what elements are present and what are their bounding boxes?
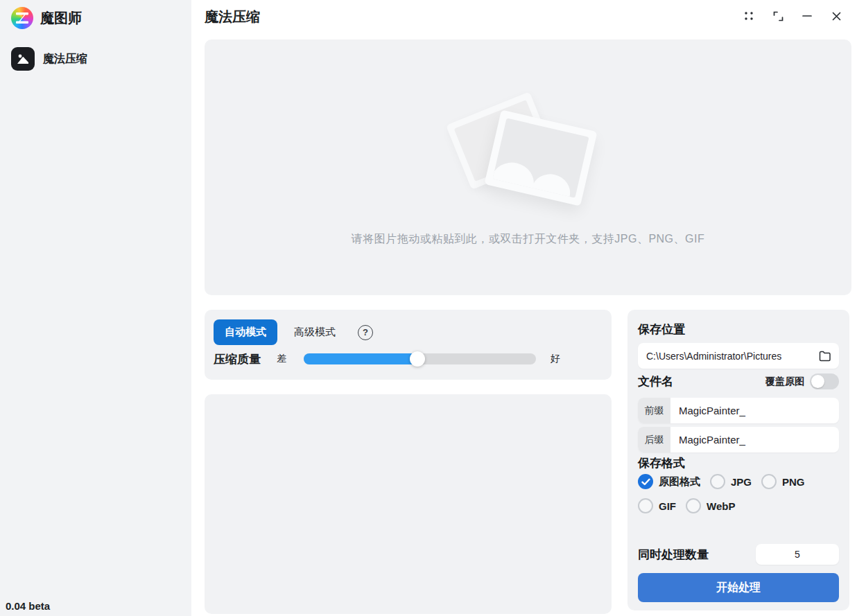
- radio-unchecked-icon: [710, 474, 725, 489]
- batch-count-input[interactable]: [756, 544, 839, 565]
- prefix-field: 前缀: [638, 398, 839, 423]
- suffix-field: 后缀: [638, 427, 839, 452]
- radio-unchecked-icon: [686, 498, 701, 513]
- compression-controls-panel: 自动模式 高级模式 ? 压缩质量 差 好: [205, 310, 612, 380]
- sidebar: 魔图师 魔法压缩 0.04 beta: [0, 0, 191, 616]
- batch-count-label: 同时处理数量: [638, 547, 709, 563]
- overwrite-label: 覆盖原图: [765, 376, 804, 388]
- app-window: 魔图师 魔法压缩 0.04 beta 魔法压缩: [0, 0, 857, 616]
- save-format-heading: 保存格式: [638, 455, 685, 471]
- main-content: 魔法压缩: [191, 0, 857, 616]
- version-label: 0.04 beta: [6, 600, 50, 612]
- start-processing-button[interactable]: 开始处理: [638, 573, 839, 602]
- mode-tabs: 自动模式 高级模式 ?: [214, 319, 373, 345]
- image-dropzone[interactable]: 请将图片拖动或粘贴到此，或双击打开文件夹，支持JPG、PNG、GIF: [205, 39, 851, 295]
- radio-unchecked-icon: [638, 498, 653, 513]
- dropzone-hint: 请将图片拖动或粘贴到此，或双击打开文件夹，支持JPG、PNG、GIF: [205, 232, 851, 247]
- prefix-input[interactable]: [670, 398, 839, 423]
- quality-slider-knob[interactable]: [410, 351, 425, 367]
- save-location-heading: 保存位置: [638, 322, 685, 337]
- tab-advanced-mode[interactable]: 高级模式: [283, 319, 347, 345]
- close-icon[interactable]: [825, 7, 847, 25]
- quality-low-label: 差: [277, 353, 286, 365]
- toggle-knob: [811, 375, 824, 388]
- format-radio-webp[interactable]: WebP: [686, 498, 735, 513]
- save-options-panel: 保存位置 文件名 覆盖原图 前缀 后缀 保存格式: [627, 310, 849, 610]
- quality-slider-fill: [304, 353, 417, 364]
- overwrite-group: 覆盖原图: [765, 373, 839, 389]
- file-list-panel: [205, 394, 612, 614]
- sidebar-item-label: 魔法压缩: [43, 52, 87, 67]
- save-path-box: [638, 343, 839, 369]
- app-name: 魔图师: [40, 9, 82, 28]
- titlebar: 魔法压缩: [205, 0, 857, 39]
- format-radio-jpg[interactable]: JPG: [710, 474, 752, 489]
- format-radio-png[interactable]: PNG: [761, 474, 805, 489]
- batch-row: 同时处理数量: [638, 544, 839, 565]
- quality-slider[interactable]: [304, 353, 536, 364]
- folder-icon[interactable]: [819, 351, 839, 362]
- save-path-input[interactable]: [638, 351, 819, 362]
- overwrite-toggle[interactable]: [810, 373, 839, 389]
- fullscreen-icon[interactable]: [767, 7, 789, 25]
- page-title: 魔法压缩: [205, 8, 260, 26]
- sidebar-item-magic-compress[interactable]: 魔法压缩: [11, 47, 184, 71]
- radio-checked-icon: [638, 474, 653, 489]
- app-logo-icon: [11, 7, 33, 29]
- suffix-input[interactable]: [670, 427, 839, 452]
- format-radio-original[interactable]: 原图格式: [638, 474, 700, 489]
- grid-dots-icon[interactable]: [738, 7, 760, 25]
- quality-label: 压缩质量: [214, 351, 261, 367]
- suffix-tag: 后缀: [638, 427, 670, 452]
- photos-placeholder-icon: [449, 94, 608, 218]
- image-icon: [11, 47, 35, 71]
- tab-auto-mode[interactable]: 自动模式: [214, 319, 277, 345]
- format-radio-gif[interactable]: GIF: [638, 498, 676, 513]
- prefix-tag: 前缀: [638, 398, 670, 423]
- radio-unchecked-icon: [761, 474, 777, 489]
- quality-high-label: 好: [551, 353, 560, 365]
- window-controls: [738, 0, 857, 25]
- app-brand: 魔图师: [0, 0, 191, 30]
- help-icon[interactable]: ?: [358, 325, 373, 340]
- filename-heading: 文件名: [638, 373, 673, 389]
- minimize-icon[interactable]: [796, 7, 818, 25]
- quality-row: 压缩质量 差 好: [214, 350, 603, 368]
- format-radio-group: 原图格式 JPG PNG GIF WebP: [638, 474, 842, 513]
